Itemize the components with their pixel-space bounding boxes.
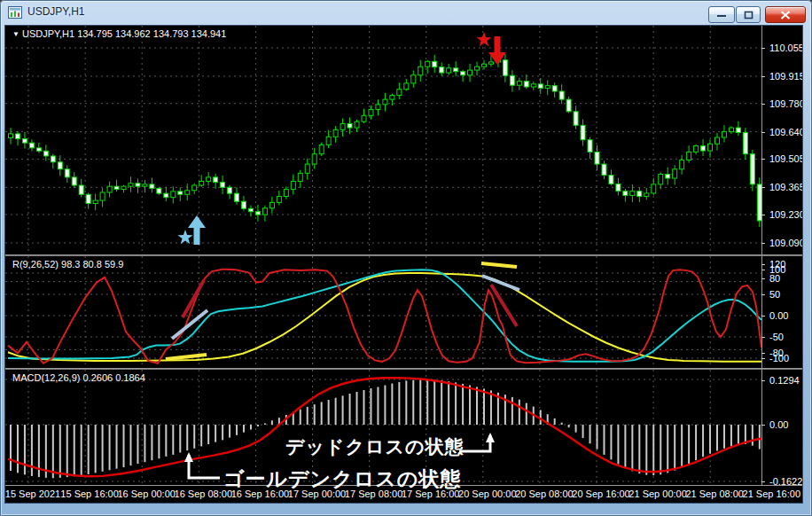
time-axis-label: 21 Sep 08:00 (685, 489, 743, 499)
macd-indicator-label: MACD(12,26,9) 0.2606 0.1864 (12, 372, 145, 383)
time-axis-label: 21 Sep 16:00 (743, 489, 800, 499)
rci-panel[interactable] (5, 256, 761, 368)
time-axis-label: 15 Sep 2021 (5, 489, 60, 499)
axis-tick (761, 76, 765, 77)
axis-label: 0.1294 (769, 375, 800, 386)
axis-tick (761, 243, 765, 244)
rci-chart-canvas (5, 256, 761, 368)
axis-tick (761, 159, 765, 160)
time-axis-label: 20 Sep 00:00 (458, 489, 516, 499)
axis-label: -100 (769, 353, 789, 364)
axis-label: 109.505 (769, 153, 803, 164)
axis-label: 0.00 (769, 310, 788, 321)
rci-indicator-label: R(9,26,52) 98.3 80.8 59.9 (12, 259, 123, 270)
minimize-icon (716, 11, 727, 19)
axis-label: -50 (769, 332, 784, 342)
window-title: USDJPY,H1 (27, 5, 84, 18)
axis-label: 110.055 (769, 43, 803, 53)
axis-label: 109.640 (769, 127, 803, 137)
value-axis-column: 110.055109.915109.780109.640109.505109.3… (762, 26, 803, 485)
time-axis-label: 21 Sep 00:00 (629, 489, 686, 499)
price-chart-canvas (5, 26, 761, 254)
axis-label: 50 (769, 289, 780, 300)
axis-tick (761, 481, 765, 482)
axis-tick (761, 358, 765, 359)
axis-label: 109.090 (769, 238, 803, 248)
time-axis-label: 16 Sep 00:00 (117, 489, 175, 499)
time-axis-label: 20 Sep 08:00 (515, 489, 573, 499)
ohlc-text: USDJPY,H1 134.795 134.962 134.793 134.94… (22, 28, 226, 39)
axis-tick (761, 215, 765, 215)
axis-tick (761, 278, 765, 279)
axis-tick (761, 425, 765, 426)
grid (5, 26, 761, 254)
axis-tick (761, 264, 765, 265)
ohlc-header[interactable]: ▼ USDJPY,H1 134.795 134.962 134.793 134.… (12, 28, 226, 39)
axis-label: 109.230 (769, 209, 803, 220)
symbol-dropdown-icon[interactable]: ▼ (12, 30, 20, 38)
axis-label: 109.365 (769, 182, 803, 192)
chart-window-icon (8, 5, 22, 20)
time-axis-label: 20 Sep 16:00 (572, 489, 629, 499)
rci-short (8, 270, 761, 364)
axis-label: 109.780 (769, 98, 803, 109)
axis-tick (761, 337, 765, 338)
minimize-button[interactable] (708, 6, 735, 23)
macd-histogram (11, 379, 760, 479)
restore-icon (744, 11, 753, 20)
main-price-panel[interactable] (5, 26, 761, 254)
mt4-chart-window: USDJPY,H1 ▼ USDJPY,H1 134.795 134.962 13… (0, 0, 812, 516)
axis-tick (761, 187, 765, 188)
title-bar[interactable]: USDJPY,H1 (0, 0, 812, 25)
axis-tick (761, 294, 765, 295)
axis-label: 80 (769, 273, 780, 284)
axis-tick (761, 48, 765, 49)
axis-tick (761, 132, 765, 133)
axis-tick (761, 353, 765, 354)
dead-cross-annotation: デッドクロスの状態 (285, 434, 464, 459)
close-icon (780, 11, 791, 20)
chart-client-area: ▼ USDJPY,H1 134.795 134.962 134.793 134.… (4, 25, 803, 504)
axis-tick (761, 380, 765, 381)
axis-label: 0.00 (769, 419, 788, 430)
time-axis-label: 15 Sep 16:00 (60, 489, 118, 499)
restore-button[interactable] (736, 6, 761, 23)
close-button[interactable] (765, 6, 806, 23)
axis-label: 109.915 (769, 71, 803, 82)
candles (9, 54, 762, 227)
axis-tick (761, 270, 765, 270)
axis-tick (761, 316, 765, 317)
axis-tick (761, 104, 765, 105)
golden-cross-annotation: ゴールデンクロスの状態 (223, 465, 461, 493)
